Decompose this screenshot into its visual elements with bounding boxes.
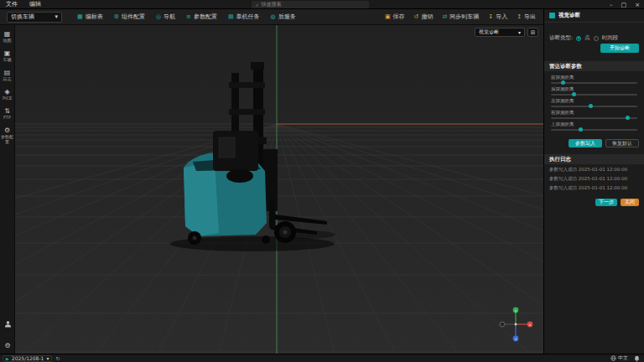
sidebar-item-ftp[interactable]: ⇅FTP [0,107,15,121]
sidebar-item-vehicle[interactable]: ▣车辆 [0,49,15,63]
left-sidebar: ▦地图 ▣车辆 ▤日志 ◈PICE ⇅FTP ⚙参数配置 ⚙ [0,25,15,354]
gear-icon: ⚙ [4,342,10,349]
slider-rear-distance: 后探测距离 [551,86,637,97]
language-switcher[interactable]: 中文 [610,354,628,362]
refresh-button[interactable]: ↻ [55,355,60,361]
radio-point[interactable] [576,36,581,41]
chevron-down-icon: ▾ [46,355,49,361]
next-step-button[interactable]: 下一步 [595,199,617,206]
radar-params-section-header: 雷达诊断参数 [544,61,644,71]
vehicle-switch-select[interactable]: 切换车辆 ▾ [7,12,62,23]
radio-timerange[interactable] [594,36,599,41]
save-button[interactable]: ▣保存 [381,11,409,23]
user-avatar-button[interactable] [4,320,12,328]
close-panel-button[interactable]: 关闭 [621,199,639,206]
search-input[interactable]: ⌕ 快速搜索 [252,1,369,8]
slider-label: 左探测距离 [551,98,637,104]
settings-button[interactable]: ⚙ [4,335,10,351]
project-name: 2025/1208-1 [12,355,44,361]
sidebar-item-map[interactable]: ▦地图 [0,30,15,44]
restore-default-button[interactable]: 恢复默认 [605,139,639,147]
write-params-button[interactable]: 参数写入 [569,139,602,147]
slider-label: 后探测距离 [551,86,637,92]
search-placeholder: 快速搜索 [261,1,281,8]
slider-label: 右探测距离 [551,110,637,116]
exec-log-section-header: 执行日志 [544,154,644,164]
slider-handle[interactable] [561,80,565,85]
sidebar-item-label: FTP [3,116,11,121]
slider-track[interactable] [551,106,637,107]
action-label: 保存 [393,13,405,21]
tab-label: 组件配置 [122,13,145,21]
tab-label: 单机任务 [236,13,260,21]
slider-track[interactable] [551,82,637,84]
sidebar-item-label: 地图 [3,39,12,44]
sidebar-item-label: 日志 [3,77,12,82]
slider-track[interactable] [551,129,637,131]
sidebar-item-label: 参数配置 [0,135,15,145]
start-diagnosis-button[interactable]: 开始诊断 [600,44,639,53]
task-icon: ▤ [228,13,234,20]
tab-component-config[interactable]: ⚙组件配置 [109,11,150,23]
diagnosis-type-label: 诊断类型: [549,34,573,42]
app-window: 文件 编辑 ⌕ 快速搜索 – ▢ × 切换车辆 ▾ ▦编标表 ⚙组件配置 ◎导航… [0,0,644,362]
chevron-down-icon: ▾ [55,13,58,20]
menu-file[interactable]: 文件 [0,0,23,8]
toolbar-actions: ▣保存 ↺撤销 ⇄同步到车辆 ↧导入 ↥导出 [381,11,540,23]
project-selector[interactable]: ▶ 2025/1208-1 ▾ [3,355,52,362]
slider-front-distance: 前探测距离 [551,75,637,85]
chevron-down-icon: ▾ [518,29,521,35]
maximize-button[interactable]: ▢ [621,2,627,8]
slider-track[interactable] [551,94,637,96]
slider-handle[interactable] [572,92,576,96]
tab-edit-table[interactable]: ▦编标表 [72,11,108,23]
search-icon: ⌕ [256,2,258,8]
tab-cloud-service[interactable]: ◍后服务 [266,11,301,23]
slider-track[interactable] [551,117,637,119]
action-label: 撤销 [421,13,433,21]
3d-viewport[interactable]: y x z 视觉诊断 ▾ ⊞ [15,25,543,354]
slider-handle[interactable] [579,127,583,132]
sidebar-item-log[interactable]: ▤日志 [0,69,15,82]
sidebar-bottom: ⚙ [0,320,15,351]
user-icon [4,320,12,328]
export-icon: ↥ [517,13,522,20]
axis-gizmo[interactable]: y x z [500,308,532,342]
3d-scene: y x z [15,25,543,354]
close-button[interactable]: × [635,2,640,8]
sync-to-vehicle-button[interactable]: ⇄同步到车辆 [438,11,483,23]
sidebar-item-label: 车辆 [3,58,12,63]
slider-handle[interactable] [626,116,630,120]
minimize-button[interactable]: – [610,2,613,8]
notifications-button[interactable] [634,355,640,362]
diagnosis-icon [549,13,555,18]
export-button[interactable]: ↥导出 [512,11,540,23]
vehicle-switch-label: 切换车辆 [11,13,34,21]
import-button[interactable]: ↧导入 [484,11,512,23]
tab-param-config[interactable]: ≡参数配置 [181,11,222,23]
sidebar-item-pice[interactable]: ◈PICE [0,88,15,101]
panel-title: 视觉诊断 [558,12,580,19]
tab-standalone-task[interactable]: ▤单机任务 [223,11,265,23]
map-icon: ▦ [4,30,11,38]
tab-label: 编标表 [86,13,103,21]
vehicle-icon: ▣ [4,49,11,57]
play-icon: ▶ [6,356,9,361]
tab-label: 后服务 [278,13,296,21]
log-icon: ▤ [4,69,11,76]
viewport-grid-button[interactable]: ⊞ [527,28,538,37]
radio-point-label: 点 [584,34,590,42]
undo-button[interactable]: ↺撤销 [410,11,438,23]
tab-navigation[interactable]: ◎导航 [151,11,180,23]
gear-icon: ⚙ [4,127,10,134]
sync-icon: ⇄ [442,13,447,20]
sidebar-item-params[interactable]: ⚙参数配置 [0,127,15,145]
module-icon: ◈ [4,88,9,96]
viewport-mode-select[interactable]: 视觉诊断 ▾ [475,28,525,37]
slider-label: 上探测距离 [551,122,637,127]
action-label: 导出 [524,13,536,21]
tab-label: 参数配置 [194,13,217,21]
slider-handle[interactable] [589,104,593,108]
menu-edit[interactable]: 编辑 [23,0,47,8]
slider-right-distance: 右探测距离 [551,110,637,121]
